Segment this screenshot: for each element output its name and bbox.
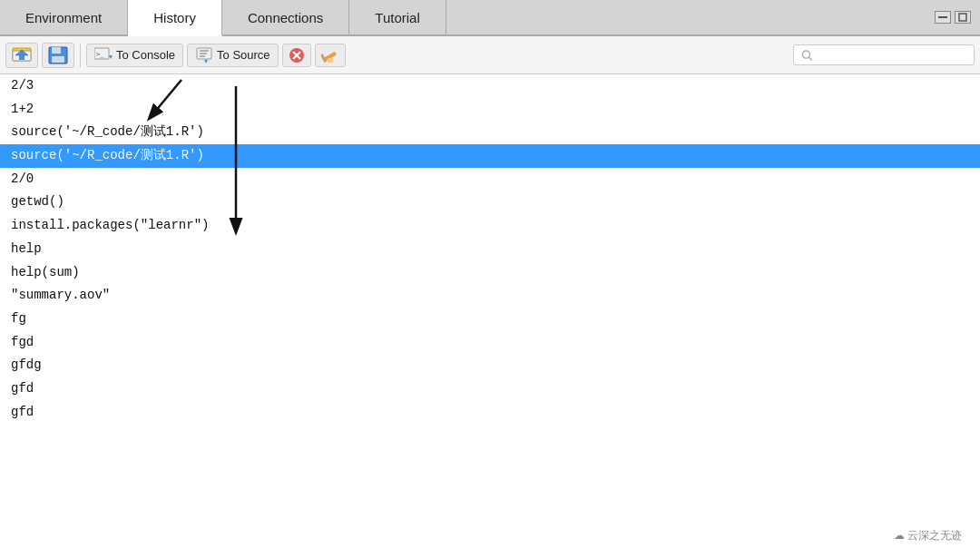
tab-history[interactable]: History: [128, 0, 222, 36]
tab-spacer: [446, 0, 926, 34]
tab-bar: Environment History Connections Tutorial: [0, 0, 980, 36]
load-icon: [12, 46, 32, 64]
history-content: 2/31+2source('~/R_code/测试1.R')source('~/…: [0, 74, 980, 558]
svg-rect-5: [19, 55, 24, 60]
tab-connections[interactable]: Connections: [222, 0, 349, 34]
to-console-button[interactable]: >_ To Console: [86, 44, 183, 67]
save-icon: [48, 46, 68, 64]
svg-rect-1: [959, 14, 966, 21]
delete-icon: [289, 47, 305, 64]
to-source-button[interactable]: To Source: [187, 44, 279, 67]
to-source-label: To Source: [217, 48, 270, 62]
svg-rect-22: [328, 58, 333, 63]
maximize-button[interactable]: [955, 11, 971, 24]
tab-environment[interactable]: Environment: [0, 0, 128, 34]
svg-rect-8: [52, 56, 64, 63]
history-row[interactable]: gfd: [0, 401, 980, 425]
tab-tutorial[interactable]: Tutorial: [349, 0, 446, 34]
history-row[interactable]: fgd: [0, 331, 980, 355]
history-row[interactable]: source('~/R_code/测试1.R'): [0, 144, 980, 168]
clear-button[interactable]: [315, 44, 346, 67]
history-row[interactable]: gfd: [0, 377, 980, 401]
svg-point-24: [802, 51, 809, 58]
history-row[interactable]: install.packages("learnr"): [0, 214, 980, 238]
load-button[interactable]: [5, 43, 38, 68]
svg-text:>_: >_: [96, 51, 104, 58]
search-icon: [801, 49, 813, 62]
history-row[interactable]: 2/0: [0, 168, 980, 191]
history-row[interactable]: help(sum): [0, 261, 980, 285]
history-row[interactable]: source('~/R_code/测试1.R'): [0, 121, 980, 144]
separator-1: [80, 44, 81, 67]
svg-line-25: [809, 57, 812, 60]
to-console-label: To Console: [116, 48, 175, 62]
svg-rect-0: [938, 16, 947, 18]
clear-icon: [321, 47, 339, 64]
to-source-icon: [195, 47, 213, 64]
search-box[interactable]: [793, 44, 975, 65]
save-button[interactable]: [42, 43, 74, 68]
svg-marker-17: [204, 60, 208, 64]
delete-button[interactable]: [282, 44, 311, 67]
history-row[interactable]: 1+2: [0, 98, 980, 122]
history-row[interactable]: fg: [0, 308, 980, 331]
window-controls: [926, 0, 980, 34]
history-row[interactable]: "summary.aov": [0, 284, 980, 308]
history-list: 2/31+2source('~/R_code/测试1.R')source('~/…: [0, 74, 980, 424]
toolbar: >_ To Console To Source: [0, 36, 980, 74]
to-console-icon: >_: [94, 47, 113, 64]
minimize-button[interactable]: [935, 11, 951, 24]
search-input[interactable]: [817, 48, 966, 62]
history-row[interactable]: getwd(): [0, 191, 980, 214]
history-row[interactable]: gfdg: [0, 354, 980, 377]
history-row[interactable]: help: [0, 238, 980, 261]
svg-rect-7: [52, 47, 61, 54]
svg-marker-11: [109, 55, 113, 59]
history-row[interactable]: 2/3: [0, 74, 980, 98]
